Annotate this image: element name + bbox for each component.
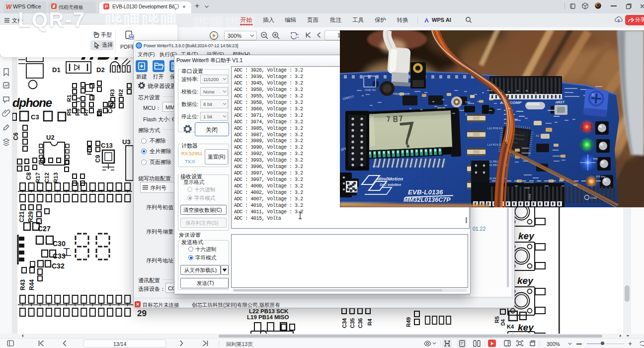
- svg-text:K4 key: K4 key: [596, 175, 606, 178]
- svg-text:R3: R3: [109, 89, 115, 96]
- svg-text:D2: D2: [96, 66, 105, 74]
- svg-text:key: key: [593, 157, 598, 160]
- svg-text:29: 29: [137, 309, 147, 318]
- svg-text:nRST: nRST: [556, 100, 565, 104]
- svg-text:L19 PB14 MISO: L19 PB14 MISO: [247, 314, 289, 320]
- svg-text:C30: C30: [53, 240, 66, 248]
- svg-text:C21: C21: [18, 211, 25, 222]
- svg-text:C4: C4: [107, 105, 114, 113]
- svg-text:C36: C36: [357, 318, 363, 328]
- svg-text:GND 5V: GND 5V: [365, 88, 376, 91]
- svg-text:R44: R44: [28, 279, 35, 290]
- svg-text:C34: C34: [341, 318, 347, 328]
- svg-text:EVB-L0136: EVB-L0136: [408, 188, 443, 196]
- svg-text:key: key: [518, 231, 535, 241]
- svg-text:L10 PC8 K4: L10 PC8 K4: [487, 127, 502, 130]
- svg-text:X2: X2: [536, 134, 539, 137]
- svg-text:R17: R17: [35, 173, 41, 183]
- svg-text:R43: R43: [19, 279, 26, 290]
- svg-text:C35: C35: [349, 318, 355, 328]
- svg-text:dphone: dphone: [12, 96, 52, 109]
- svg-text:C12: C12: [44, 173, 50, 183]
- svg-text:U2: U2: [46, 134, 55, 141]
- svg-text:C9: C9: [94, 155, 101, 163]
- svg-text:U3: U3: [122, 138, 131, 146]
- svg-text:R5: R5: [66, 108, 72, 116]
- svg-text:R13: R13: [53, 173, 59, 183]
- svg-text:C3: C3: [31, 113, 39, 121]
- svg-text:SoC solution: SoC solution: [380, 183, 401, 186]
- svg-text:MM32L0136C7P: MM32L0136C7P: [403, 196, 451, 203]
- svg-text:C8: C8: [25, 172, 32, 180]
- svg-text:CN8: CN8: [528, 193, 531, 200]
- svg-text:C13: C13: [101, 142, 113, 149]
- svg-text:R29: R29: [27, 211, 34, 222]
- svg-text:R7: R7: [83, 108, 89, 116]
- svg-text:D1: D1: [52, 66, 61, 74]
- svg-text:R4: R4: [367, 318, 373, 326]
- svg-text:C33: C33: [53, 252, 66, 260]
- svg-text:key: key: [517, 275, 534, 286]
- svg-text:R6: R6: [75, 108, 80, 116]
- svg-text:L22 PB13 SCK: L22 PB13 SCK: [249, 308, 289, 314]
- svg-text:key: key: [518, 322, 534, 333]
- svg-text:C6: C6: [12, 132, 19, 140]
- svg-text:R5: R5: [494, 316, 500, 323]
- svg-text:MindMotion: MindMotion: [377, 176, 403, 181]
- svg-text:C32: C32: [52, 262, 65, 270]
- svg-text:CN6: CN6: [373, 165, 378, 168]
- svg-text:D4: D4: [500, 319, 506, 326]
- svg-text:K4: K4: [507, 324, 514, 330]
- svg-text:R2: R2: [118, 89, 124, 96]
- svg-text:R1: R1: [66, 94, 72, 102]
- svg-text:R49: R49: [405, 317, 411, 327]
